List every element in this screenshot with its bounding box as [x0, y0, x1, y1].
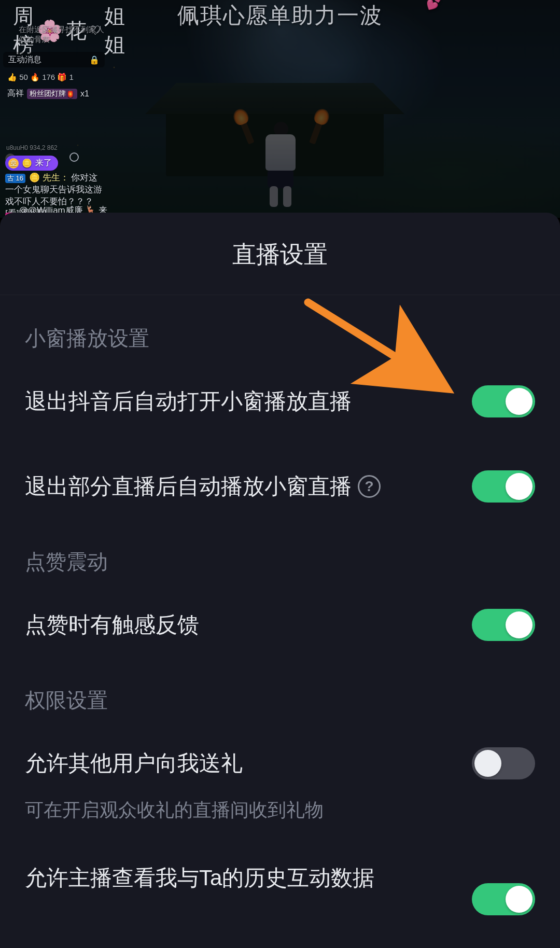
toggle-exit-room-pip[interactable]: [472, 470, 535, 503]
lock-icon: 🔒: [89, 55, 100, 65]
chat1-username: 先生：: [43, 173, 69, 183]
user-small-label: u8uuH0 934,2 862: [6, 144, 58, 151]
row-allow-gift-sub: 可在开启观众收礼的直播间收到礼物: [25, 798, 535, 823]
row-exit-app-pip-label: 退出抖音后自动打开小窗播放直播: [25, 388, 352, 414]
chat1-badge: 古 16: [5, 174, 25, 183]
sheet-title: 直播设置: [0, 213, 560, 295]
pill-text: 来了: [35, 158, 52, 169]
row-allow-history: 允许主播查看我与Ta的历史互动数据: [25, 854, 535, 902]
sheet-content: 小窗播放设置 退出抖音后自动打开小窗播放直播 退出部分直播后自动播放小窗直播 ?…: [0, 324, 560, 902]
toggle-allow-gift[interactable]: [472, 747, 535, 779]
pill-leading-dot: 호: [8, 158, 19, 169]
interact-messages-bar[interactable]: 互动消息 🔒: [3, 52, 105, 67]
toggle-like-haptic[interactable]: [472, 609, 535, 641]
row-exit-app-pip: 退出抖音后自动打开小窗播放直播: [25, 378, 535, 425]
row-exit-room-pip: 退出部分直播后自动播放小窗直播 ?: [25, 463, 535, 510]
fans-lantern-line: 高祥 粉丝团灯牌 🏮 x1: [7, 88, 89, 99]
section-haptic-label: 点赞震动: [25, 548, 535, 576]
banner-text: 佩琪心愿单助力一波: [177, 3, 383, 27]
mic-off-icon: [69, 152, 79, 162]
hearts-icon: 💕: [426, 0, 443, 10]
fans-badge: 粉丝团灯牌 🏮: [27, 89, 77, 99]
row-allow-gift-label: 允许其他用户向我送礼: [25, 750, 243, 776]
live-settings-sheet: 直播设置 小窗播放设置 退出抖音后自动打开小窗播放直播 退出部分直播后自动播放小…: [0, 213, 560, 948]
section-permission-label: 权限设置: [25, 686, 535, 715]
stream-overlay-panel: 周榜 🌸 花 ♡ 姐姐 在附近区域寻找不到家人们的骨灰 互动消息 🔒 👍 50 …: [0, 0, 109, 218]
toggle-allow-history[interactable]: [472, 883, 535, 915]
toggle-exit-app-pip[interactable]: [472, 385, 535, 417]
coin-icon: 🪙: [22, 158, 32, 168]
interact-label: 互动消息: [8, 54, 41, 65]
coin-icon: 🪙: [29, 173, 40, 183]
row-exit-room-pip-label: 退出部分直播后自动播放小窗直播 ?: [25, 473, 381, 499]
help-icon[interactable]: ?: [358, 475, 381, 498]
row-allow-history-label: 允许主播查看我与Ta的历史互动数据: [25, 865, 374, 891]
row-like-haptic-label: 点赞时有触感反馈: [25, 612, 199, 638]
stat-line: 👍 50 🔥 176 🎁 1: [7, 73, 74, 82]
joined-pill[interactable]: 호 🪙 来了: [5, 156, 58, 171]
row-like-haptic: 点赞时有触感反馈: [25, 601, 535, 649]
section-pip-label: 小窗播放设置: [25, 324, 535, 353]
rank-subtitle: 在附近区域寻找不到家人们的骨灰: [19, 25, 109, 45]
row-allow-gift: 允许其他用户向我送礼: [25, 740, 535, 787]
